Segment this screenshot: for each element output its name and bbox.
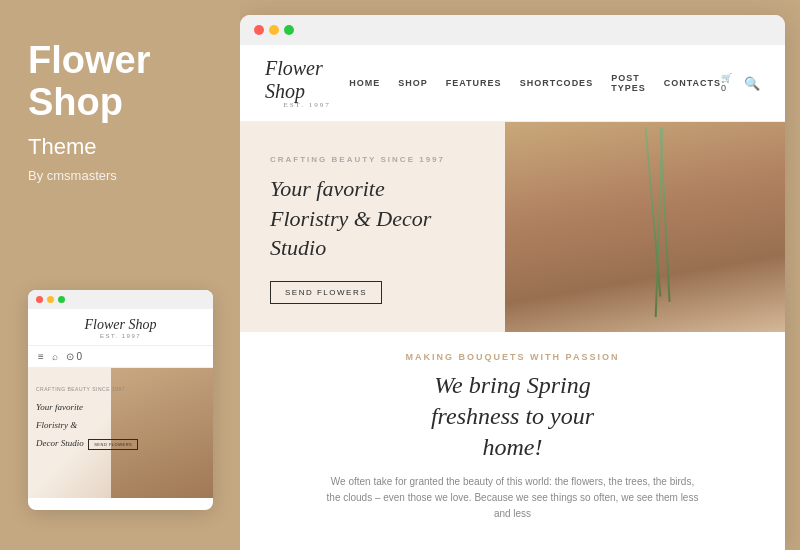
nav-shortcodes[interactable]: SHORTCODES xyxy=(520,78,594,88)
mini-content: Flower Shop EST. 1997 ≡ ⌕ ⊙ 0 CRAFTING B… xyxy=(28,309,213,498)
hero-section: CRAFTING BEAUTY SINCE 1997 Your favorite… xyxy=(240,122,785,332)
mini-hero-bg: CRAFTING BEAUTY SINCE 1997 Your favorite… xyxy=(28,368,213,498)
search-icon[interactable]: 🔍 xyxy=(744,76,760,91)
nav-post-types[interactable]: POST TYPES xyxy=(611,73,646,93)
sidebar-by: By cmsmasters xyxy=(28,168,212,183)
nav-contacts[interactable]: CONTACTS xyxy=(664,78,721,88)
site-logo: Flower Shop EST. 1997 xyxy=(265,57,349,109)
secondary-section: MAKING BOUQUETS WITH PASSION We bring Sp… xyxy=(240,332,785,550)
mini-browser-bar xyxy=(28,290,213,309)
secondary-title: We bring Spring freshness to your home! xyxy=(431,370,594,464)
site-logo-sub: EST. 1997 xyxy=(265,101,349,109)
hero-title: Your favorite Floristry & Decor Studio xyxy=(270,174,475,263)
sidebar-subtitle: Theme xyxy=(28,134,212,160)
mini-header: Flower Shop EST. 1997 xyxy=(28,309,213,346)
site-nav: HOME SHOP FEATURES SHORTCODES POST TYPES… xyxy=(349,73,721,93)
mini-logo-sub: EST. 1997 xyxy=(100,333,141,339)
mini-menu-icon: ≡ xyxy=(38,351,44,362)
mini-dot-red xyxy=(36,296,43,303)
site-header: Flower Shop EST. 1997 HOME SHOP FEATURES… xyxy=(240,45,785,122)
browser-content: Flower Shop EST. 1997 HOME SHOP FEATURES… xyxy=(240,45,785,550)
mini-nav-icons: ≡ ⌕ ⊙ 0 xyxy=(28,346,213,368)
mini-hero-text: CRAFTING BEAUTY SINCE 1997 Your favorite… xyxy=(36,386,138,450)
cart-icon[interactable]: 🛒 0 xyxy=(721,73,732,93)
site-logo-text: Flower Shop xyxy=(265,57,349,103)
nav-shop[interactable]: SHOP xyxy=(398,78,428,88)
mini-dot-green xyxy=(58,296,65,303)
making-label: MAKING BOUQUETS WITH PASSION xyxy=(406,352,620,362)
mini-cart-icon: ⊙ 0 xyxy=(66,351,82,362)
nav-home[interactable]: HOME xyxy=(349,78,380,88)
dot-green[interactable] xyxy=(284,25,294,35)
mini-dot-yellow xyxy=(47,296,54,303)
mini-browser-preview: Flower Shop EST. 1997 ≡ ⌕ ⊙ 0 CRAFTING B… xyxy=(28,290,213,510)
mini-hero: CRAFTING BEAUTY SINCE 1997 Your favorite… xyxy=(28,368,213,498)
main-browser: Flower Shop EST. 1997 HOME SHOP FEATURES… xyxy=(240,15,785,550)
mini-crafting-label: CRAFTING BEAUTY SINCE 1997 xyxy=(36,386,138,392)
secondary-text: We often take for granted the beauty of … xyxy=(323,474,703,522)
main-area: Flower Shop EST. 1997 HOME SHOP FEATURES… xyxy=(240,0,800,550)
dot-red[interactable] xyxy=(254,25,264,35)
hero-send-flowers-btn[interactable]: SEND FLOWERS xyxy=(270,281,382,304)
mini-search-icon: ⌕ xyxy=(52,351,58,362)
hero-person xyxy=(505,122,785,332)
sidebar-title: Flower Shop xyxy=(28,40,212,124)
flower-decoration xyxy=(652,127,666,317)
dot-yellow[interactable] xyxy=(269,25,279,35)
hero-left: CRAFTING BEAUTY SINCE 1997 Your favorite… xyxy=(240,122,505,332)
browser-bar xyxy=(240,15,785,45)
sidebar: Flower Shop Theme By cmsmasters Flower S… xyxy=(0,0,240,550)
nav-features[interactable]: FEATURES xyxy=(446,78,502,88)
mini-logo: Flower Shop xyxy=(85,317,157,333)
mini-headline: Your favoriteFloristry &Decor Studio xyxy=(36,402,84,448)
site-actions: 🛒 0 🔍 xyxy=(721,73,760,93)
mini-send-flowers-btn[interactable]: SEND FLOWERS xyxy=(88,439,138,450)
hero-crafting-label: CRAFTING BEAUTY SINCE 1997 xyxy=(270,155,475,164)
hero-image xyxy=(505,122,785,332)
